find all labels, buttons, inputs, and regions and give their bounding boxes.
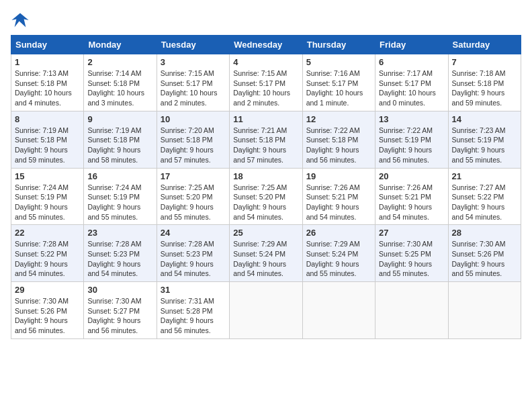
day-info: Sunrise: 7:30 AM Sunset: 5:26 PM Dayligh… (452, 239, 517, 279)
day-number: 17 (161, 171, 226, 181)
day-info: Sunrise: 7:26 AM Sunset: 5:21 PM Dayligh… (306, 183, 371, 222)
calendar-cell: 9Sunrise: 7:19 AM Sunset: 5:18 PM Daylig… (84, 111, 157, 168)
calendar-cell: 18Sunrise: 7:25 AM Sunset: 5:20 PM Dayli… (230, 168, 302, 225)
svg-marker-0 (11, 13, 28, 28)
day-info: Sunrise: 7:23 AM Sunset: 5:19 PM Dayligh… (452, 126, 517, 165)
calendar-cell (230, 282, 302, 339)
calendar-cell: 26Sunrise: 7:29 AM Sunset: 5:24 PM Dayli… (302, 225, 375, 282)
header-thursday: Thursday (302, 36, 375, 54)
day-number: 30 (87, 285, 152, 295)
calendar-cell: 1Sunrise: 7:13 AM Sunset: 5:18 PM Daylig… (11, 54, 84, 111)
day-number: 15 (15, 171, 80, 181)
day-info: Sunrise: 7:19 AM Sunset: 5:18 PM Dayligh… (15, 126, 80, 165)
calendar-cell: 28Sunrise: 7:30 AM Sunset: 5:26 PM Dayli… (448, 225, 521, 282)
calendar-cell: 14Sunrise: 7:23 AM Sunset: 5:19 PM Dayli… (448, 111, 521, 168)
calendar-cell: 11Sunrise: 7:21 AM Sunset: 5:18 PM Dayli… (230, 111, 302, 168)
calendar-cell: 6Sunrise: 7:17 AM Sunset: 5:17 PM Daylig… (375, 54, 448, 111)
day-number: 1 (15, 57, 80, 67)
calendar-cell: 19Sunrise: 7:26 AM Sunset: 5:21 PM Dayli… (302, 168, 375, 225)
header-monday: Monday (84, 36, 157, 54)
day-number: 16 (87, 171, 152, 181)
day-info: Sunrise: 7:24 AM Sunset: 5:19 PM Dayligh… (15, 183, 80, 222)
calendar-cell: 15Sunrise: 7:24 AM Sunset: 5:19 PM Dayli… (11, 168, 84, 225)
day-number: 18 (233, 171, 298, 181)
calendar-cell: 22Sunrise: 7:28 AM Sunset: 5:22 PM Dayli… (11, 225, 84, 282)
day-info: Sunrise: 7:28 AM Sunset: 5:22 PM Dayligh… (15, 239, 80, 279)
day-number: 19 (306, 171, 371, 181)
calendar-cell (448, 282, 521, 339)
calendar-cell: 29Sunrise: 7:30 AM Sunset: 5:26 PM Dayli… (11, 282, 84, 339)
calendar-cell: 31Sunrise: 7:31 AM Sunset: 5:28 PM Dayli… (157, 282, 229, 339)
day-number: 29 (15, 285, 80, 295)
day-info: Sunrise: 7:30 AM Sunset: 5:27 PM Dayligh… (87, 296, 152, 336)
day-number: 8 (15, 114, 80, 124)
calendar-cell: 23Sunrise: 7:28 AM Sunset: 5:23 PM Dayli… (84, 225, 157, 282)
header-saturday: Saturday (448, 36, 521, 54)
day-number: 5 (306, 57, 371, 67)
day-number: 22 (15, 228, 80, 238)
day-number: 28 (452, 228, 517, 238)
day-info: Sunrise: 7:20 AM Sunset: 5:18 PM Dayligh… (161, 126, 226, 165)
logo (11, 11, 32, 30)
day-info: Sunrise: 7:21 AM Sunset: 5:18 PM Dayligh… (233, 126, 298, 165)
day-number: 14 (452, 114, 517, 124)
day-number: 25 (233, 228, 298, 238)
day-info: Sunrise: 7:29 AM Sunset: 5:24 PM Dayligh… (233, 239, 298, 279)
calendar-cell: 10Sunrise: 7:20 AM Sunset: 5:18 PM Dayli… (157, 111, 229, 168)
day-info: Sunrise: 7:26 AM Sunset: 5:21 PM Dayligh… (379, 183, 444, 222)
day-info: Sunrise: 7:18 AM Sunset: 5:18 PM Dayligh… (452, 68, 517, 108)
day-number: 31 (161, 285, 226, 295)
calendar-cell: 4Sunrise: 7:15 AM Sunset: 5:17 PM Daylig… (230, 54, 302, 111)
day-number: 11 (233, 114, 298, 124)
calendar-cell: 30Sunrise: 7:30 AM Sunset: 5:27 PM Dayli… (84, 282, 157, 339)
day-number: 10 (161, 114, 226, 124)
day-number: 26 (306, 228, 371, 238)
day-number: 21 (452, 171, 517, 181)
calendar-cell: 24Sunrise: 7:28 AM Sunset: 5:23 PM Dayli… (157, 225, 229, 282)
day-info: Sunrise: 7:31 AM Sunset: 5:28 PM Dayligh… (161, 296, 226, 336)
day-info: Sunrise: 7:22 AM Sunset: 5:19 PM Dayligh… (379, 126, 444, 165)
calendar-cell: 3Sunrise: 7:15 AM Sunset: 5:17 PM Daylig… (157, 54, 229, 111)
header-sunday: Sunday (11, 36, 84, 54)
calendar-cell: 21Sunrise: 7:27 AM Sunset: 5:22 PM Dayli… (448, 168, 521, 225)
calendar-cell: 25Sunrise: 7:29 AM Sunset: 5:24 PM Dayli… (230, 225, 302, 282)
day-info: Sunrise: 7:25 AM Sunset: 5:20 PM Dayligh… (233, 183, 298, 222)
day-number: 7 (452, 57, 517, 67)
calendar-cell: 20Sunrise: 7:26 AM Sunset: 5:21 PM Dayli… (375, 168, 448, 225)
day-info: Sunrise: 7:15 AM Sunset: 5:17 PM Dayligh… (161, 68, 226, 108)
calendar-cell: 8Sunrise: 7:19 AM Sunset: 5:18 PM Daylig… (11, 111, 84, 168)
day-info: Sunrise: 7:30 AM Sunset: 5:26 PM Dayligh… (15, 296, 80, 336)
calendar-cell: 17Sunrise: 7:25 AM Sunset: 5:20 PM Dayli… (157, 168, 229, 225)
day-info: Sunrise: 7:15 AM Sunset: 5:17 PM Dayligh… (233, 68, 298, 108)
calendar-cell: 5Sunrise: 7:16 AM Sunset: 5:17 PM Daylig… (302, 54, 375, 111)
day-number: 9 (87, 114, 152, 124)
calendar-cell: 2Sunrise: 7:14 AM Sunset: 5:18 PM Daylig… (84, 54, 157, 111)
logo-icon (11, 11, 30, 30)
day-info: Sunrise: 7:28 AM Sunset: 5:23 PM Dayligh… (161, 239, 226, 279)
day-number: 13 (379, 114, 444, 124)
day-number: 12 (306, 114, 371, 124)
day-number: 24 (161, 228, 226, 238)
calendar-cell: 13Sunrise: 7:22 AM Sunset: 5:19 PM Dayli… (375, 111, 448, 168)
calendar-cell: 7Sunrise: 7:18 AM Sunset: 5:18 PM Daylig… (448, 54, 521, 111)
calendar-cell (302, 282, 375, 339)
day-info: Sunrise: 7:29 AM Sunset: 5:24 PM Dayligh… (306, 239, 371, 279)
calendar-cell: 16Sunrise: 7:24 AM Sunset: 5:19 PM Dayli… (84, 168, 157, 225)
calendar-cell: 27Sunrise: 7:30 AM Sunset: 5:25 PM Dayli… (375, 225, 448, 282)
day-info: Sunrise: 7:28 AM Sunset: 5:23 PM Dayligh… (87, 239, 152, 279)
day-number: 6 (379, 57, 444, 67)
calendar-cell (375, 282, 448, 339)
calendar-cell: 12Sunrise: 7:22 AM Sunset: 5:18 PM Dayli… (302, 111, 375, 168)
day-number: 3 (161, 57, 226, 67)
header-friday: Friday (375, 36, 448, 54)
day-info: Sunrise: 7:24 AM Sunset: 5:19 PM Dayligh… (87, 183, 152, 222)
day-info: Sunrise: 7:13 AM Sunset: 5:18 PM Dayligh… (15, 68, 80, 108)
header-wednesday: Wednesday (230, 36, 302, 54)
day-info: Sunrise: 7:27 AM Sunset: 5:22 PM Dayligh… (452, 183, 517, 222)
header-tuesday: Tuesday (157, 36, 229, 54)
day-number: 4 (233, 57, 298, 67)
day-info: Sunrise: 7:19 AM Sunset: 5:18 PM Dayligh… (87, 126, 152, 165)
day-number: 23 (87, 228, 152, 238)
day-number: 27 (379, 228, 444, 238)
page-header (11, 11, 521, 30)
